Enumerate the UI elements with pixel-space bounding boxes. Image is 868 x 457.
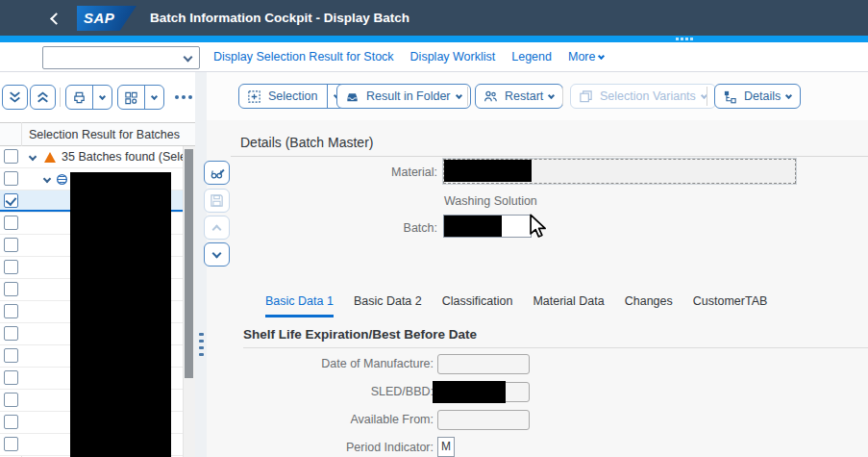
main-panel [207, 72, 868, 457]
row-checkbox[interactable] [4, 282, 18, 296]
tree-row-batches-found[interactable]: 35 Batches found (Sele [0, 146, 183, 168]
shelf-life-section-title: Shelf Life Expiration/Best Before Date [243, 327, 477, 342]
tab-basic-data-2[interactable]: Basic Data 2 [354, 294, 422, 317]
sled-bbd-label: SLED/BBD: [231, 385, 434, 398]
layout-settings-split-button[interactable] [117, 85, 164, 110]
display-change-icon [210, 165, 225, 181]
available-from-field[interactable] [437, 410, 530, 430]
tree-column-header[interactable]: Selection Result for Batches [0, 122, 195, 146]
row-checkbox[interactable] [4, 216, 18, 230]
toolbar-separator [562, 87, 563, 106]
expand-all-button[interactable] [2, 85, 28, 110]
collapse-all-button[interactable] [30, 85, 56, 110]
date-of-manufacture-field[interactable] [437, 354, 530, 374]
menu-bar: Display Selection Result for Stock Displ… [0, 42, 868, 72]
redacted-material-value [444, 160, 532, 182]
row-checkbox[interactable] [4, 149, 18, 164]
tree-details-icon [723, 89, 737, 104]
details-section-title: Details (Batch Master) [240, 135, 373, 150]
tab-basic-data-1[interactable]: Basic Data 1 [265, 294, 334, 317]
save-button[interactable] [204, 189, 230, 213]
chevron-down-icon [212, 248, 222, 258]
redacted-tree-content [70, 172, 171, 457]
row-checkbox[interactable] [4, 238, 18, 252]
restart-button[interactable]: Restart [475, 84, 563, 109]
double-chevron-down-icon [3, 86, 27, 109]
row-checkbox[interactable] [4, 326, 18, 341]
double-chevron-up-icon [31, 86, 55, 109]
layout-dropdown-arrow[interactable] [144, 86, 163, 109]
add-selection-icon [247, 89, 261, 104]
menu-link-display-selection-result-for-stock[interactable]: Display Selection Result for Stock [213, 50, 394, 63]
accent-bar [0, 36, 868, 42]
app-title: Batch Information Cockpit - Display Batc… [150, 0, 409, 36]
splitter-handle-icon[interactable] [199, 333, 204, 356]
row-checkbox[interactable] [4, 393, 18, 407]
chevron-down-icon [456, 91, 462, 98]
drag-handle-icon[interactable] [676, 38, 693, 40]
row-checkbox[interactable] [4, 348, 18, 363]
redacted-sled-bbd-value [433, 381, 506, 403]
back-icon [50, 13, 62, 25]
save-icon [210, 193, 224, 208]
row-checkbox[interactable] [4, 260, 18, 274]
tab-changes[interactable]: Changes [625, 294, 673, 317]
toolbar-separator [60, 88, 61, 107]
date-of-manufacture-label: Date of Manufacture: [231, 357, 434, 370]
row-checkbox[interactable] [4, 415, 18, 429]
copy-icon [579, 89, 593, 104]
expand-node-icon[interactable] [43, 175, 51, 183]
warning-icon [44, 152, 56, 163]
tree-scrollbar-thumb[interactable] [185, 149, 193, 378]
tab-classification[interactable]: Classification [442, 294, 513, 317]
row-checkbox[interactable] [4, 437, 18, 451]
toolbar-separator [707, 87, 707, 106]
shell-header: SAP Batch Information Cockpit - Display … [0, 0, 868, 36]
print-dropdown-arrow[interactable] [92, 86, 112, 109]
search-combobox[interactable] [42, 46, 200, 69]
row-checkbox-checked[interactable] [4, 193, 18, 208]
print-split-button[interactable] [65, 85, 112, 110]
edit-button[interactable] [204, 161, 230, 185]
period-indicator-field[interactable]: M [437, 437, 455, 457]
move-up-button[interactable] [204, 216, 230, 240]
app-window: SAP Batch Information Cockpit - Display … [0, 0, 868, 457]
row-checkbox[interactable] [4, 370, 18, 385]
mouse-cursor-icon [525, 213, 550, 241]
tree-column-header-label: Selection Result for Batches [29, 128, 180, 141]
material-label: Material: [235, 165, 437, 179]
sap-logo: SAP [77, 6, 136, 31]
menu-more-button[interactable]: More [568, 50, 604, 63]
batch-label: Batch: [235, 221, 437, 235]
result-in-folder-button[interactable]: Result in Folder [336, 84, 471, 109]
inbox-tray-icon [345, 89, 360, 104]
row-checkbox[interactable] [4, 304, 18, 318]
people-icon [484, 89, 498, 104]
available-from-label: Available From: [231, 413, 434, 426]
details-button[interactable]: Details [714, 84, 801, 109]
menu-link-legend[interactable]: Legend [511, 50, 552, 63]
row-checkbox[interactable] [4, 171, 18, 186]
redacted-batch-value [444, 216, 502, 237]
menu-links: Display Selection Result for Stock Displ… [213, 42, 604, 71]
tab-strip: Basic Data 1 Basic Data 2 Classification… [265, 294, 767, 317]
tab-material-data[interactable]: Material Data [533, 294, 604, 317]
section-divider [243, 347, 868, 348]
tab-customertab[interactable]: CustomerTAB [693, 294, 768, 317]
chevron-down-icon [184, 53, 193, 63]
material-node-icon [56, 173, 68, 186]
back-button[interactable] [48, 10, 65, 27]
printer-icon[interactable] [66, 86, 92, 109]
selection-button-main[interactable]: Selection [239, 85, 327, 108]
expand-node-icon[interactable] [29, 153, 37, 161]
selection-variants-button[interactable]: Selection Variants [570, 84, 716, 109]
table-settings-icon[interactable] [118, 86, 144, 109]
period-indicator-label: Period Indicator: [231, 441, 434, 454]
toolbar-separator [467, 87, 468, 106]
tree-scrollbar[interactable] [184, 146, 195, 457]
selection-split-button[interactable]: Selection [238, 84, 347, 109]
overflow-menu-button[interactable] [175, 95, 192, 99]
menu-link-display-worklist[interactable]: Display Worklist [410, 50, 496, 63]
material-description: Washing Solution [444, 194, 537, 208]
move-down-button[interactable] [204, 242, 230, 267]
